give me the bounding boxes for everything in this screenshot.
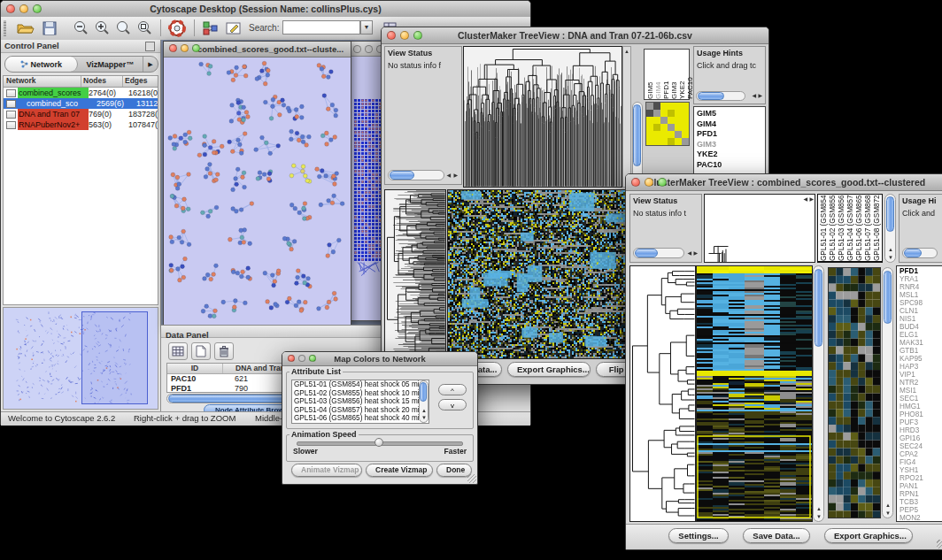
tv2-gene-label[interactable]: NTR2 — [900, 379, 942, 387]
close-button[interactable] — [169, 44, 177, 52]
tv1-gene-label[interactable]: PAC10 — [697, 160, 765, 171]
tv2-gene-label[interactable]: YRA1 — [900, 275, 942, 283]
network-window-1-titlebar[interactable]: combined_scores_good.txt--cluste... — [164, 42, 351, 58]
tv2-hints-hscrollbar[interactable] — [902, 248, 938, 258]
scroll-left-icon[interactable]: ◀ — [752, 93, 756, 98]
tv2-gene-label[interactable]: RPO21 — [900, 474, 942, 482]
resize-grip[interactable] — [937, 540, 942, 548]
tv2-gene-label[interactable]: MAK31 — [900, 339, 942, 347]
tv1-column-label[interactable]: YKE2 — [678, 50, 686, 99]
tv2-zoom-vscrollbar[interactable]: ▲ ▼ — [882, 267, 893, 518]
tv2-column-label[interactable]: GPL51-07 (GSM868) — [864, 196, 873, 261]
treeview1-titlebar[interactable]: ClusterMaker TreeView : DNA and Tran 07-… — [382, 27, 768, 44]
scroll-left-icon[interactable]: ◀ — [687, 250, 691, 256]
zoom-button[interactable] — [33, 4, 42, 13]
tv1-export-graphics-button[interactable]: Export Graphics... — [507, 362, 591, 377]
zoom-out-icon[interactable] — [72, 19, 89, 37]
done-button[interactable]: Done — [436, 464, 472, 477]
tv2-column-label[interactable]: GPL51-06 (GSM865) — [855, 196, 864, 261]
tab-vizmapper[interactable]: VizMapper™ — [78, 57, 143, 72]
animation-speed-slider-thumb[interactable] — [374, 438, 383, 447]
tv2-gene-label[interactable]: MSI1 — [900, 387, 942, 395]
tv1-heatmap[interactable] — [447, 189, 629, 359]
tv2-column-label[interactable]: GPL51-03 (GSM856) — [838, 196, 846, 261]
attribute-list-item[interactable]: GPL51-02 (GSM855) heat shock 10 min — [292, 389, 429, 398]
tv1-coltree-scroll-strip[interactable]: ▲ — [622, 46, 631, 188]
tv2-gene-label[interactable]: CPA2 — [900, 450, 942, 458]
network-view-1-canvas[interactable] — [164, 58, 349, 326]
tv1-status-hscrollbar[interactable] — [388, 170, 444, 180]
scroll-right-icon[interactable]: ▶ — [693, 250, 698, 256]
network-node-icon[interactable] — [201, 19, 220, 37]
tv2-gene-label[interactable]: BUD4 — [900, 323, 942, 331]
tv1-column-label[interactable]: GIM5 — [646, 50, 654, 99]
tv2-gene-label[interactable]: SPC98 — [900, 299, 942, 307]
tv2-gene-label[interactable]: NIS1 — [900, 315, 942, 323]
minimize-button[interactable] — [365, 45, 373, 53]
scroll-up-icon[interactable]: ▲ — [421, 408, 427, 413]
close-button[interactable] — [387, 31, 396, 40]
attribute-list-item[interactable]: GPL51-01 (GSM854) heat shock 05 min — [292, 380, 429, 389]
tv1-column-label[interactable]: GIM4 — [654, 50, 662, 99]
tv1-gene-label[interactable]: YKE2 — [697, 150, 765, 160]
move-up-button[interactable]: ^ — [438, 384, 467, 395]
minimize-button[interactable] — [298, 355, 305, 362]
close-button[interactable] — [288, 355, 295, 362]
tv2-column-label[interactable]: GPL51-04 (GSM857) — [846, 196, 855, 261]
resize-grip[interactable] — [467, 474, 476, 483]
scroll-down-icon[interactable]: ▼ — [888, 255, 893, 260]
tv2-column-label[interactable]: GPL51-02 (GSM855) — [829, 196, 838, 261]
minimize-button[interactable] — [645, 178, 653, 187]
scroll-left-icon[interactable]: ◀ — [803, 196, 807, 202]
search-input[interactable] — [282, 20, 360, 35]
attribute-list-item[interactable]: GPL51-04 (GSM857) heat shock 20 min — [292, 406, 429, 415]
scroll-right-icon[interactable]: ▶ — [453, 173, 458, 178]
close-button[interactable] — [353, 45, 361, 53]
scroll-up-icon[interactable]: ▲ — [888, 247, 893, 252]
close-button[interactable] — [631, 178, 640, 187]
tv2-gene-label[interactable]: PUF3 — [900, 418, 942, 426]
tv1-gene-label[interactable]: GIM4 — [697, 119, 765, 130]
tv2-column-dendrogram[interactable]: ◀ ▶ — [704, 194, 815, 263]
tv2-gene-label[interactable]: KAP95 — [900, 355, 942, 363]
scroll-up-icon[interactable]: ▲ — [816, 506, 822, 511]
network-overview-thumbnail[interactable] — [4, 308, 158, 409]
tv2-gene-label[interactable]: CLN1 — [900, 307, 942, 315]
float-panel-icon[interactable] — [145, 42, 155, 51]
tv2-heatmap[interactable] — [696, 265, 813, 522]
tv2-gene-label[interactable]: PAN1 — [900, 482, 942, 490]
attribute-table-button[interactable] — [168, 342, 188, 360]
toolbar-handle[interactable] — [4, 20, 6, 36]
tv2-gene-label[interactable]: TCB3 — [900, 498, 942, 506]
attribute-list-item[interactable]: GPL51-03 (GSM856) heat shock 15 min — [292, 397, 429, 406]
tv1-gene-label[interactable]: GIM3 — [697, 140, 765, 150]
delete-attribute-button[interactable] — [214, 342, 234, 360]
zoom-fit-icon[interactable] — [114, 19, 132, 37]
tv1-hints-hscrollbar[interactable] — [696, 91, 745, 101]
zoom-button[interactable] — [413, 31, 422, 40]
tv2-gene-label[interactable]: PFD1 — [900, 267, 942, 275]
tv2-gene-label[interactable]: GTB1 — [900, 347, 942, 355]
tv1-gene-label[interactable]: PFD1 — [697, 129, 765, 140]
network-table-row[interactable]: combined_sco 2569(6) 13112(15) — [4, 98, 158, 109]
tv2-gene-label[interactable]: HRD3 — [900, 426, 942, 434]
search-dropdown-arrow-icon[interactable]: ▼ — [360, 20, 373, 35]
tv2-heatmap-vscrollbar[interactable]: ▲ ▼ — [813, 265, 824, 522]
tv2-save-data-button[interactable]: Save Data... — [743, 528, 810, 543]
tv2-gene-label[interactable]: YSH1 — [900, 466, 942, 474]
tv2-export-graphics-button[interactable]: Export Graphics... — [824, 528, 913, 543]
scroll-down-icon[interactable]: ▼ — [816, 514, 822, 519]
minimize-button[interactable] — [181, 44, 189, 52]
attribute-list-vscrollbar[interactable]: ▲ ▼ — [419, 380, 429, 423]
data-col-id[interactable]: ID — [167, 364, 223, 373]
zoom-button[interactable] — [309, 355, 316, 362]
minimize-button[interactable] — [19, 4, 28, 13]
attribute-list-item[interactable]: GPL51-06 (GSM865) heat shock 40 min — [292, 414, 429, 423]
network-table-row[interactable]: RNAPuberNov2+ 563(0) 107847(0) — [4, 119, 158, 130]
tv2-gene-label[interactable]: PHO81 — [900, 410, 942, 418]
tv2-gene-label[interactable]: RPN1 — [900, 490, 942, 498]
tv2-gene-label[interactable]: PEP5 — [900, 506, 942, 514]
zoom-button[interactable] — [658, 178, 667, 187]
close-button[interactable] — [6, 4, 15, 13]
minimize-button[interactable] — [400, 31, 409, 40]
